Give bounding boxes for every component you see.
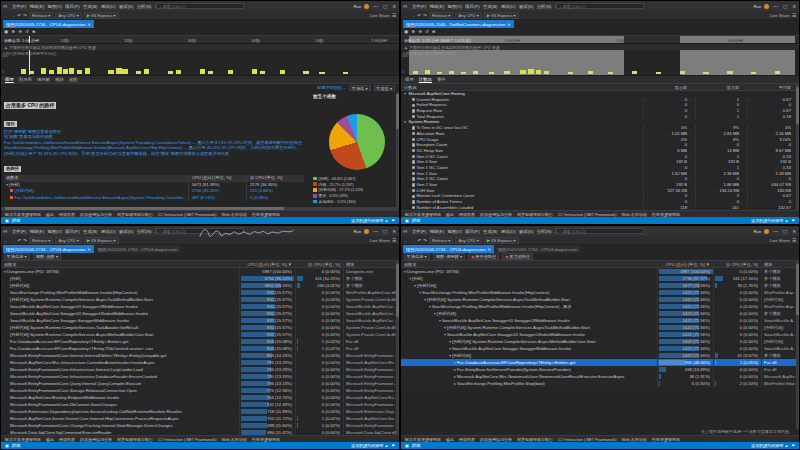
feedback-icon[interactable]: ☰ [792,238,796,243]
redo-icon[interactable]: ↷ [423,238,427,243]
checkbox[interactable] [412,115,415,118]
feedback-icon[interactable]: ☰ [392,13,396,18]
column-header[interactable]: 自 CPU [单位, %] [713,261,761,267]
close-icon[interactable]: ✕ [88,22,91,27]
expander-icon[interactable]: ▸ [454,381,456,386]
menu-item[interactable]: 文件(F) [10,229,28,234]
time-cursor-marker[interactable] [29,36,30,43]
menu-item[interactable]: 测试(S) [517,4,535,9]
expander-icon[interactable]: ▾ [439,318,441,323]
checkbox[interactable] [412,189,415,192]
table-row[interactable]: ▸Microsoft.AspNetCore.Mvc.NewtonsoftJson… [401,373,799,380]
navigate-back-icon[interactable]: ← [404,238,409,243]
table-row[interactable]: ▾Dungeons.exe (PID: 18736) 5987 (100.00%… [1,268,399,275]
checkbox[interactable] [412,206,415,209]
vertical-scrollbar[interactable] [396,92,399,207]
search-box[interactable]: ○ [156,228,244,234]
document-tab[interactable]: 报告20201005-1743 - CPU4.diagsession✕ [3,245,94,253]
menu-item[interactable]: 测试(S) [117,229,135,234]
filter-dropdown[interactable]: ∇筛选器 ▾ [404,253,430,259]
navigate-forward-icon[interactable]: → [411,238,416,243]
table-row[interactable]: Microsoft.EntityFrameworkCore.Infrastruc… [1,366,399,373]
column-header[interactable]: 平均值 [747,84,799,90]
menu-item[interactable]: 分析(N) [535,229,553,234]
live-share-button[interactable]: Live Share [770,13,790,18]
search-input[interactable] [562,229,641,234]
screenshot-icon[interactable]: ▣ [4,29,8,34]
panel-tab[interactable]: C# Interactive (.NET Framework) [158,437,217,442]
table-row[interactable]: ▾SwashBuckle.AspNetCore.Swagger.SwaggerM… [401,345,799,352]
table-row[interactable]: Fuc.DatabaseAccessor.EFCoreRepository<TE… [1,338,399,345]
close-icon[interactable]: ✕ [507,22,510,27]
menu-item[interactable]: 编辑(E) [28,229,46,234]
menu-item[interactable]: 项目(P) [64,229,82,234]
create-detail-report-link[interactable]: 创建详细报告… [317,85,346,90]
view-tab[interactable]: 函数 [69,77,78,82]
search-input[interactable] [162,4,241,9]
checkbox[interactable] [412,126,415,129]
panel-tab[interactable]: 内存使用情况分析 [480,212,512,217]
config-dropdown[interactable]: Release ▾ [429,12,453,19]
minimize-button[interactable]: — [372,229,379,234]
notification-bell-icon[interactable]: ⚑ [391,218,395,223]
redo-icon[interactable]: ↷ [23,13,27,18]
table-row[interactable]: [外部代码] System.Runtime.CompilerServices.A… [1,331,399,338]
table-row[interactable]: ▾[外部] 1736 (87.37%) 341 (17.16%) 多个模块 [401,275,799,282]
zoom-out-icon[interactable]: ⊖ [18,29,22,34]
table-row[interactable]: ▸StackExchange.Profiling.MiniProfiler.St… [401,380,799,387]
table-row[interactable]: Microsoft.Data.SqlClient.SqlCommand.Exec… [1,429,399,435]
navigate-forward-icon[interactable]: → [11,238,16,243]
horizontal-scrollbar[interactable] [1,207,399,210]
panel-tab[interactable]: 程序包管理器控制台 [117,212,153,217]
table-row[interactable]: ▸Fuc.DatabaseAccessor.EFCoreRepository<T… [401,359,799,366]
menu-item[interactable]: 调试(D) [99,4,117,9]
cpu-graph[interactable]: CPU (所有处理器使用率百分比) 100 0 [401,50,799,76]
zoom-in-icon[interactable]: ⊕ [411,29,415,34]
panel-tab[interactable]: 性能资源管理器 [652,212,680,217]
menu-item[interactable]: 调试(D) [499,4,517,9]
table-row[interactable]: Microsoft.EntityFrameworkCore.Infrastruc… [1,373,399,380]
panel-tab[interactable]: 错误列表 [459,212,475,217]
checkbox[interactable] [412,132,415,135]
close-button[interactable]: ✕ [391,229,397,234]
table-row[interactable]: ▸Fuc.EntityBase.SetServiceProvider(Syste… [401,366,799,373]
config-dropdown[interactable]: Release ▾ [29,12,53,19]
export-icon[interactable]: ≣ [32,29,36,34]
document-tab[interactable]: 报告20201005-2040 - DotNetCounters.diagses… [403,20,514,28]
filter-dropdown[interactable]: ∇筛选 ▾ [349,85,370,91]
expander-icon[interactable]: ▾ [444,332,446,337]
expander-icon[interactable]: ▾ [449,339,451,344]
search-box[interactable]: ○ [556,228,644,234]
panel-tab[interactable]: 解决方案资源管理器 [405,212,441,217]
navigate-back-icon[interactable]: ← [4,238,9,243]
menu-item[interactable]: 视图(V) [46,229,64,234]
checkbox[interactable] [412,109,415,112]
menu-item[interactable]: 生成(B) [81,4,99,9]
avatar[interactable] [364,4,369,9]
menu-item[interactable]: 调试(D) [99,229,117,234]
feedback-icon[interactable]: ☰ [792,13,796,18]
source-control-button[interactable]: 添加到源代码管理 ▲ [351,218,388,223]
source-control-button[interactable]: 添加到源代码管理 ▲ [751,218,788,223]
live-share-button[interactable]: Live Share [370,13,390,18]
panel-tab[interactable]: 输出 [46,212,54,217]
checkbox[interactable] [412,183,415,186]
maximize-button[interactable]: ▢ [782,4,788,9]
table-row[interactable]: ▾StackExchange.Profiling.MiniProfilerMid… [401,303,799,310]
menu-item[interactable]: 编辑(E) [428,229,446,234]
start-debug-button[interactable]: ▶IIS Express ▾ [84,237,119,244]
undo-icon[interactable]: ↶ [417,238,421,243]
expander-icon[interactable]: ▾ [409,276,411,281]
column-header[interactable]: 自 CPU [单位, %] [295,261,343,267]
avatar[interactable] [364,229,369,234]
panel-tab[interactable]: Web 发布活动 [222,212,247,217]
table-row[interactable]: Microsoft.EntityFrameworkCore.Storage.Re… [1,387,399,394]
vertical-scrollbar[interactable] [396,261,399,435]
table-row[interactable]: Fuc.DatabaseAccessor.EFCoreRepository<TE… [1,345,399,352]
panel-tab[interactable]: Web 发布活动 [222,437,247,442]
notification-bell-icon[interactable]: ⚑ [791,218,795,223]
checkbox[interactable] [412,200,415,203]
checkbox[interactable] [412,195,415,198]
view-tab[interactable]: 调用树 [37,77,50,82]
expander-icon[interactable]: ▾ [444,325,446,330]
